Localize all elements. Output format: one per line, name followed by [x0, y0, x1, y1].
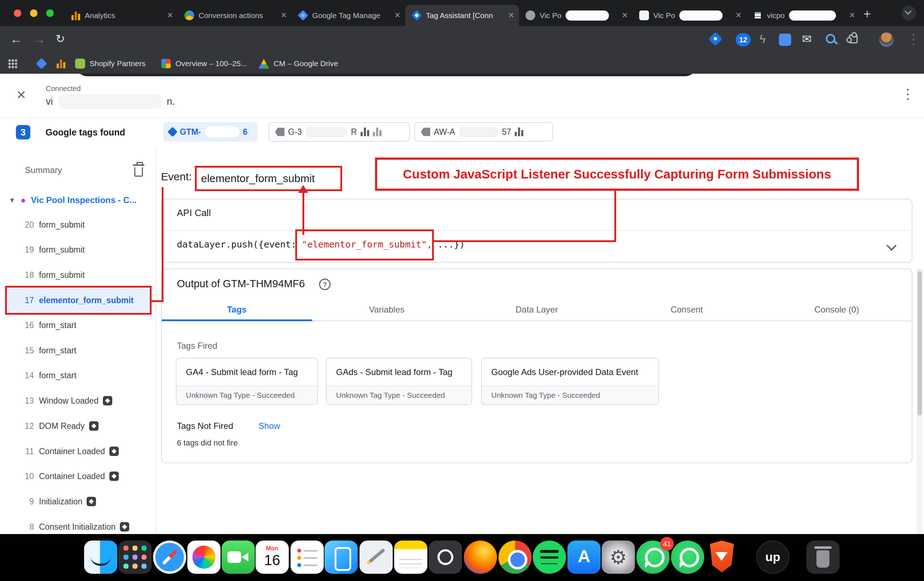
ga4-tag-chip[interactable]: G-3 R	[269, 122, 410, 142]
event-row[interactable]: 9Initialization	[0, 489, 156, 514]
expand-chevron-icon[interactable]	[886, 241, 897, 251]
dock-firefox-icon[interactable]	[464, 541, 497, 574]
drive-bookmark-icon[interactable]	[258, 59, 269, 69]
bookmark-drive[interactable]: CM – Google Drive	[274, 53, 338, 74]
tab-close-icon[interactable]: ×	[622, 10, 628, 20]
tab-close-icon[interactable]: ×	[849, 10, 855, 20]
dock-photo-booth-icon[interactable]	[429, 541, 462, 574]
dock-upwork-icon[interactable]: up	[756, 541, 789, 574]
event-row[interactable]: 14form_start	[0, 363, 156, 388]
fired-tag-card[interactable]: GAds - Submit lead form - Tag Unknown Ta…	[326, 358, 472, 405]
dock-whatsapp-icon[interactable]: 41	[636, 541, 670, 574]
tag-status: Unknown Tag Type - Succeeded	[177, 386, 317, 404]
fired-tag-card[interactable]: Google Ads User-provided Data Event Unkn…	[481, 358, 659, 405]
browser-tab-site-1[interactable]: Vic Po ×	[519, 5, 633, 26]
close-icon[interactable]: ×	[16, 87, 26, 103]
dock-spotify-icon[interactable]	[533, 541, 566, 574]
event-row[interactable]: 12DOM Ready	[0, 414, 156, 438]
dock-facetime-icon[interactable]	[222, 541, 255, 574]
apps-grid-icon[interactable]	[8, 59, 17, 68]
dock-launchpad-icon[interactable]	[119, 541, 152, 574]
upwork-logo: up	[757, 541, 789, 572]
tab-close-icon[interactable]: ×	[281, 10, 287, 20]
browser-tab-sheet[interactable]: vicpo ×	[746, 5, 860, 26]
page-menu-kebab-icon[interactable]: ⋮	[901, 87, 915, 101]
dock-chrome-icon[interactable]	[498, 541, 532, 574]
event-row[interactable]: 18form_submit	[0, 263, 156, 287]
event-row[interactable]: 19form_submit	[0, 237, 156, 262]
dock-photos-icon[interactable]	[187, 541, 221, 574]
tab-data-layer[interactable]: Data Layer	[462, 298, 612, 321]
back-button[interactable]: ←	[10, 32, 22, 46]
annotation-box: Custom JavaScript Listener Successfully …	[375, 157, 859, 191]
chip-prefix: GTM-	[180, 127, 201, 137]
reload-button[interactable]: ↻	[56, 32, 65, 46]
tab-search-button[interactable]	[902, 6, 916, 20]
browser-tab-tag-assistant[interactable]: Tag Assistant [Conn ×	[405, 5, 519, 26]
dock-finder-icon[interactable]	[84, 541, 117, 574]
profile-avatar[interactable]	[879, 33, 894, 47]
macos-minimize-button[interactable]	[30, 9, 38, 17]
gtm-tag-chip[interactable]: GTM- 6	[163, 122, 258, 142]
browser-tab-gtm[interactable]: Google Tag Manage ×	[292, 5, 405, 26]
macos-zoom-button[interactable]	[46, 9, 54, 17]
event-row[interactable]: 15form_start	[0, 338, 156, 363]
event-row[interactable]: 11Container Loaded	[0, 439, 156, 463]
dock-brave-icon[interactable]	[705, 541, 739, 574]
macos-close-button[interactable]	[14, 9, 21, 17]
dock-trash-icon[interactable]	[806, 541, 840, 574]
clear-trash-icon[interactable]	[134, 167, 143, 177]
dock-safari-icon[interactable]	[153, 541, 186, 574]
event-row[interactable]: 20form_submit	[0, 212, 156, 237]
dock-whatsapp-business-icon[interactable]	[671, 541, 704, 574]
browser-tab-analytics[interactable]: Analytics ×	[64, 5, 178, 26]
red-connector-line	[162, 187, 163, 302]
connector-extension-icon[interactable]: ϟ	[759, 32, 766, 46]
dock-app-store-icon[interactable]	[568, 541, 601, 574]
not-fired-note: 6 tags did not fire	[177, 438, 238, 448]
extension-badge[interactable]: 12	[736, 33, 751, 46]
dock-preview-icon[interactable]	[360, 541, 393, 574]
tab-variables[interactable]: Variables	[312, 298, 462, 321]
event-row[interactable]: 10Container Loaded	[0, 464, 156, 488]
fired-tag-card[interactable]: GA4 - Submit lead form - Tag Unknown Tag…	[176, 358, 318, 405]
new-tab-button[interactable]: +	[863, 7, 871, 22]
tab-close-icon[interactable]: ×	[394, 10, 400, 20]
forward-button[interactable]: →	[33, 32, 46, 46]
tab-consent[interactable]: Consent	[612, 298, 762, 321]
dock-calendar-icon[interactable]: Mon 16	[256, 541, 289, 574]
tab-close-icon[interactable]: ×	[736, 10, 741, 20]
help-icon[interactable]: ?	[319, 278, 331, 290]
tab-console[interactable]: Console (0)	[762, 298, 912, 321]
browser-tab-conversion-actions[interactable]: Conversion actions ×	[178, 5, 292, 26]
scrollbar-thumb[interactable]	[917, 271, 922, 415]
browser-menu-kebab-icon[interactable]: ⋮	[907, 32, 921, 46]
browser-tab-site-2[interactable]: Vic Po ×	[633, 5, 746, 26]
show-link[interactable]: Show	[258, 421, 280, 431]
tab-close-icon[interactable]: ×	[167, 10, 173, 20]
dock-reminders-icon[interactable]	[290, 541, 324, 574]
tab-tags[interactable]: Tags	[162, 298, 312, 321]
shopify-bookmark-icon[interactable]	[75, 58, 85, 69]
aw-tag-chip[interactable]: AW-A 57	[414, 122, 553, 142]
tag-assistant-extension-icon[interactable]	[708, 32, 723, 46]
container-row[interactable]: ▾ ● Vic Pool Inspections - C...	[0, 188, 156, 212]
analytics-bookmark-icon[interactable]	[56, 59, 66, 68]
chevron-down-icon[interactable]: ▾	[10, 195, 14, 205]
bookmark-overview[interactable]: Overview – 100–25...	[175, 53, 247, 74]
search-extension-icon[interactable]	[826, 34, 835, 43]
browser-tabstrip: Analytics × Conversion actions × Google …	[0, 0, 924, 26]
tab-close-icon[interactable]: ×	[508, 10, 514, 20]
dock-notes-icon[interactable]	[394, 541, 427, 574]
extensions-puzzle-icon[interactable]	[849, 35, 858, 43]
gtm-bookmark-icon[interactable]	[36, 58, 47, 69]
event-row[interactable]: 16form_start	[0, 313, 156, 338]
overview-bookmark-icon[interactable]	[161, 59, 171, 68]
bookmark-shopify[interactable]: Shopify Partners	[89, 53, 145, 74]
blue-extension-icon[interactable]	[779, 34, 791, 46]
dock-settings-icon[interactable]: ⚙	[602, 541, 635, 574]
mail-extension-icon[interactable]: ✉	[802, 32, 812, 46]
dock-iphone-mirroring-icon[interactable]	[325, 541, 358, 574]
gear-icon: ⚙	[602, 541, 635, 574]
event-row[interactable]: 13Window Loaded	[0, 388, 156, 413]
